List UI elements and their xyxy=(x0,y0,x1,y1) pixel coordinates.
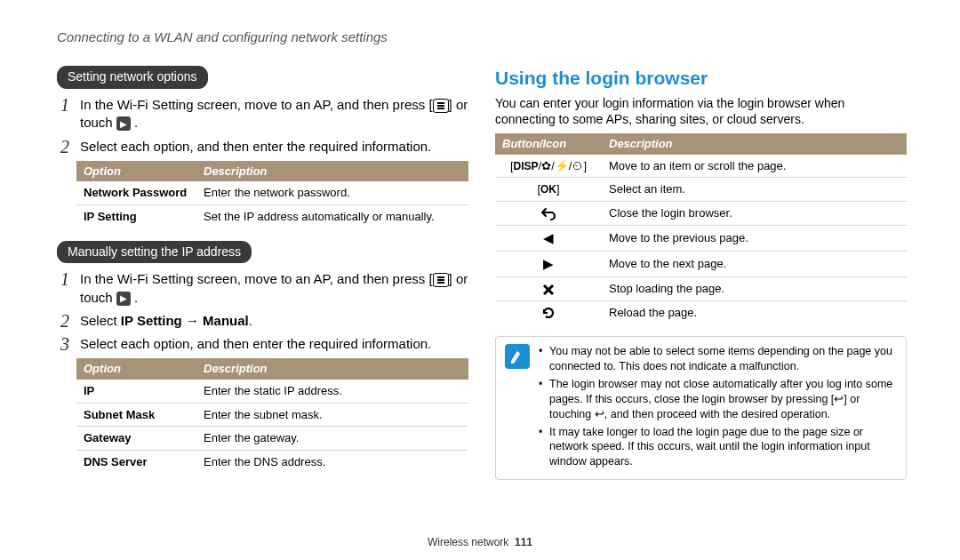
reload-icon xyxy=(495,300,602,324)
opt-label: Subnet Mask xyxy=(76,403,196,427)
svg-rect-0 xyxy=(437,102,444,104)
triangle-left-icon: ◀ xyxy=(495,225,602,251)
step-number: 2 xyxy=(60,138,80,156)
col-description: Description xyxy=(196,358,468,380)
icon-desc: Close the login browser. xyxy=(602,202,907,226)
menu-icon xyxy=(433,273,449,287)
svg-rect-2 xyxy=(437,108,444,109)
step-text: In the Wi-Fi Setting screen, move to an … xyxy=(80,96,468,132)
note-item: The login browser may not close automati… xyxy=(539,377,897,422)
triangle-right-icon: ▶ xyxy=(495,251,602,276)
chevron-right-icon: ▶ xyxy=(116,116,131,131)
icon-desc: Move to the previous page. xyxy=(602,225,907,251)
left-column: Setting network options 1 In the Wi-Fi S… xyxy=(57,66,468,485)
opt-label: Network Password xyxy=(76,181,196,204)
step-number: 1 xyxy=(60,270,80,288)
step-text: Select each option, and then enter the r… xyxy=(80,138,468,156)
right-column: Using the login browser You can enter yo… xyxy=(495,66,907,485)
icon-desc: Reload the page. xyxy=(602,300,907,324)
table-network-options: OptionDescription Network PasswordEnter … xyxy=(76,161,468,228)
svg-rect-3 xyxy=(437,276,444,278)
note-box: You may not be able to select some items… xyxy=(495,336,907,480)
step-number: 3 xyxy=(60,335,80,353)
steps-network-options: 1 In the Wi-Fi Setting screen, move to a… xyxy=(57,96,468,156)
col-button-icon: Button/Icon xyxy=(495,133,602,155)
svg-rect-1 xyxy=(437,105,444,107)
opt-desc: Enter the gateway. xyxy=(196,427,468,451)
step-text: Select IP Setting → Manual. xyxy=(80,312,468,330)
opt-desc: Enter the DNS address. xyxy=(196,450,468,473)
opt-desc: Enter the static IP address. xyxy=(196,380,468,403)
icon-desc: Move to an item or scroll the page. xyxy=(602,155,907,178)
svg-rect-5 xyxy=(437,282,444,284)
note-icon xyxy=(505,344,530,369)
opt-label: DNS Server xyxy=(76,450,196,473)
col-description: Description xyxy=(196,161,468,182)
note-list: You may not be able to select some items… xyxy=(539,344,897,472)
opt-label: Gateway xyxy=(76,427,196,451)
disp-nav-icons: [DISP/✿/⚡/⏲] xyxy=(495,155,602,178)
col-option: Option xyxy=(76,161,196,182)
table-manual-ip: OptionDescription IPEnter the static IP … xyxy=(76,358,468,473)
step-number: 2 xyxy=(60,312,80,330)
note-item: You may not be able to select some items… xyxy=(539,344,897,374)
svg-rect-4 xyxy=(437,279,444,281)
steps-manual-ip: 1 In the Wi-Fi Setting screen, move to a… xyxy=(57,270,468,353)
step-text: Select each option, and then enter the r… xyxy=(80,335,468,353)
step-text: In the Wi-Fi Setting screen, move to an … xyxy=(80,270,468,307)
section-pill-manual-ip: Manually setting the IP address xyxy=(57,241,252,264)
back-icon xyxy=(495,202,602,226)
menu-icon xyxy=(433,99,449,113)
icon-desc: Select an item. xyxy=(602,178,907,202)
flower-icon: ✿ xyxy=(541,159,551,172)
opt-desc: Set the IP address automatically or manu… xyxy=(196,204,468,228)
note-item: It may take longer to load the login pag… xyxy=(539,425,897,470)
icon-desc: Stop loading the page. xyxy=(602,277,907,301)
ok-button-icon: [OK] xyxy=(495,178,602,202)
section-title-login-browser: Using the login browser xyxy=(495,66,907,91)
col-description: Description xyxy=(602,133,907,155)
close-icon xyxy=(495,277,602,301)
page-footer: Wireless network 111 xyxy=(0,535,960,549)
icon-desc: Move to the next page. xyxy=(602,251,907,276)
opt-desc: Enter the subnet mask. xyxy=(196,403,468,427)
chevron-right-icon: ▶ xyxy=(116,292,131,306)
page-header: Connecting to a WLAN and configuring net… xyxy=(57,28,907,46)
flash-icon: ⚡ xyxy=(555,159,569,172)
col-option: Option xyxy=(76,358,196,380)
table-login-browser-icons: Button/IconDescription [DISP/✿/⚡/⏲] Move… xyxy=(495,133,907,324)
intro-text: You can enter your login information via… xyxy=(495,95,907,129)
opt-label: IP xyxy=(76,380,196,403)
opt-desc: Enter the network password. xyxy=(196,181,468,204)
step-number: 1 xyxy=(60,96,80,114)
timer-icon: ⏲ xyxy=(572,159,583,172)
section-pill-network-options: Setting network options xyxy=(57,66,208,89)
opt-label: IP Setting xyxy=(76,204,196,228)
